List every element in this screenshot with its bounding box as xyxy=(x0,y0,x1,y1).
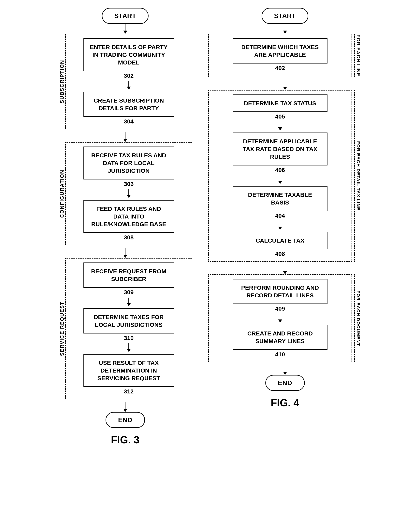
fig3: START SUBSCRIPTION ENTER DETAILS OF PART… xyxy=(58,8,192,446)
configuration-content: RECEIVE TAX RULES AND DATA FOR LOCAL JUR… xyxy=(65,142,192,245)
subscription-group: SUBSCRIPTION ENTER DETAILS OF PARTY IN T… xyxy=(58,34,192,129)
step-409-num: 409 xyxy=(275,305,285,312)
subscription-label: SUBSCRIPTION xyxy=(58,34,65,129)
fig4-end: END xyxy=(265,375,305,391)
step-304: CREATE SUBSCRIPTION DETAILS FOR PARTY xyxy=(83,92,174,117)
step-306: RECEIVE TAX RULES AND DATA FOR LOCAL JUR… xyxy=(83,147,174,179)
fig4-label: FIG. 4 xyxy=(271,397,299,409)
step-308-num: 308 xyxy=(124,234,134,241)
step-402: DETERMINE WHICH TAXES ARE APPLICABLE xyxy=(233,38,328,64)
fig3-start: START xyxy=(102,8,149,24)
for-each-line-content: DETERMINE WHICH TAXES ARE APPLICABLE 402 xyxy=(208,34,352,77)
for-each-document-content: PERFORM ROUNDING AND RECORD DETAIL LINES… xyxy=(208,274,352,362)
step-405-num: 405 xyxy=(275,113,285,120)
step-409: PERFORM ROUNDING AND RECORD DETAIL LINES xyxy=(233,279,328,304)
page: START SUBSCRIPTION ENTER DETAILS OF PART… xyxy=(13,8,407,446)
step-302-num: 302 xyxy=(124,72,134,79)
fig3-end: END xyxy=(105,412,145,428)
step-404-num: 404 xyxy=(275,212,285,219)
configuration-label: CONFIGURATION xyxy=(58,142,65,245)
step-406-num: 406 xyxy=(275,167,285,173)
step-410: CREATE AND RECORD SUMMARY LINES xyxy=(233,325,328,350)
step-406: DETERMINE APPLICABLE TAX RATE BASED ON T… xyxy=(233,133,328,165)
step-308: FEED TAX RULES AND DATA INTO RULE/KNOWLE… xyxy=(83,200,174,233)
for-each-document-wrapper: PERFORM ROUNDING AND RECORD DETAIL LINES… xyxy=(208,274,362,362)
step-312-num: 312 xyxy=(124,388,134,395)
step-310: DETERMINE TAXES FOR LOCAL JURISDICTIONS xyxy=(83,308,174,333)
subscription-content: ENTER DETAILS OF PARTY IN TRADING COMMUN… xyxy=(65,34,192,129)
step-405: DETERMINE TAX STATUS xyxy=(233,95,328,112)
step-410-num: 410 xyxy=(275,351,285,358)
for-each-detail-tax-line-content: DETERMINE TAX STATUS 405 DETERMINE APPLI… xyxy=(208,90,352,262)
configuration-group: CONFIGURATION RECEIVE TAX RULES AND DATA… xyxy=(58,142,192,245)
for-each-line-wrapper: DETERMINE WHICH TAXES ARE APPLICABLE 402… xyxy=(208,34,362,77)
for-each-document-label: FOR EACH DOCUMENT xyxy=(354,274,362,362)
step-408: CALCULATE TAX xyxy=(233,232,328,249)
fig3-label: FIG. 3 xyxy=(111,434,139,446)
for-each-detail-tax-line-label: FOR EACH DETAIL TAX LINE xyxy=(354,90,362,262)
service-request-label: SERVICE REQUEST xyxy=(58,258,65,399)
service-request-content: RECEIVE REQUEST FROM SUBCRIBER 309 DETER… xyxy=(65,258,192,399)
step-408-num: 408 xyxy=(275,251,285,257)
step-309-num: 309 xyxy=(124,289,134,296)
step-306-num: 306 xyxy=(124,181,134,187)
step-304-num: 304 xyxy=(124,118,134,125)
step-312: USE RESULT OF TAX DETERMINATION IN SERVI… xyxy=(83,354,174,387)
for-each-line-label: FOR EACH LINE xyxy=(354,34,362,77)
step-310-num: 310 xyxy=(124,335,134,341)
fig4: START DETERMINE WHICH TAXES ARE APPLICAB… xyxy=(208,8,362,409)
fig4-start: START xyxy=(262,8,308,24)
step-309: RECEIVE REQUEST FROM SUBCRIBER xyxy=(83,263,174,288)
for-each-detail-tax-line-wrapper: DETERMINE TAX STATUS 405 DETERMINE APPLI… xyxy=(208,90,362,262)
service-request-group: SERVICE REQUEST RECEIVE REQUEST FROM SUB… xyxy=(58,258,192,399)
step-302: ENTER DETAILS OF PARTY IN TRADING COMMUN… xyxy=(83,38,174,71)
step-402-num: 402 xyxy=(275,65,285,71)
step-404: DETERMINE TAXABLE BASIS xyxy=(233,186,328,211)
